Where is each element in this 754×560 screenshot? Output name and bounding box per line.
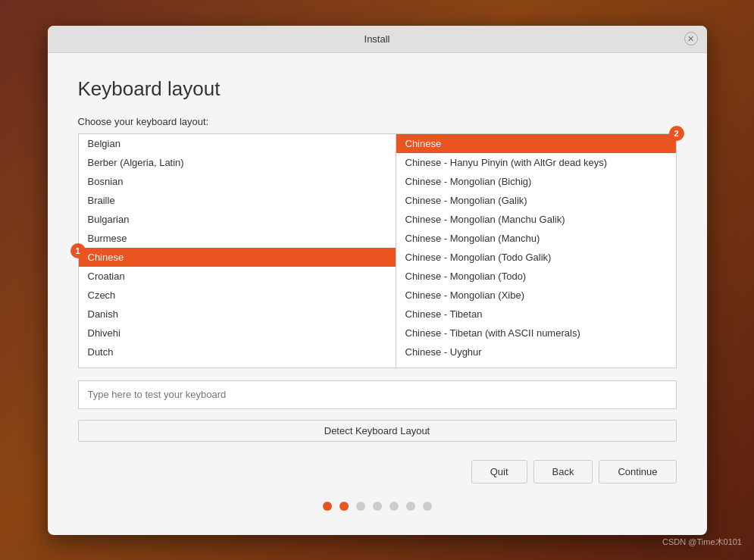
left-list-item[interactable]: Burmese: [79, 229, 396, 248]
right-list-item[interactable]: Chinese - Mongolian (Galik): [396, 191, 676, 210]
left-list-item[interactable]: Braille: [79, 191, 396, 210]
detect-keyboard-button[interactable]: Detect Keyboard Layout: [78, 420, 677, 442]
left-list-item[interactable]: Danish: [79, 305, 396, 324]
left-list-item[interactable]: Czech: [79, 286, 396, 305]
choose-label: Choose your keyboard layout:: [78, 116, 677, 127]
right-list-item[interactable]: Chinese - Uyghur: [396, 343, 676, 361]
left-list[interactable]: BelgianBerber (Algeria, Latin)BosnianBra…: [78, 133, 396, 368]
window-title: Install: [364, 33, 390, 45]
right-list-item[interactable]: Chinese - Mongolian (Xibe): [396, 286, 676, 305]
right-list-item[interactable]: Chinese - Mongolian (Bichig): [396, 172, 676, 191]
quit-button[interactable]: Quit: [471, 460, 527, 483]
left-list-item[interactable]: Berber (Algeria, Latin): [79, 153, 396, 172]
right-list-item[interactable]: Chinese - Mongolian (Todo): [396, 267, 676, 286]
progress-dot: [423, 502, 432, 511]
right-list-item[interactable]: Chinese - Mongolian (Todo Galik): [396, 248, 676, 267]
right-list-item[interactable]: Chinese - Mongolian (Manchu): [396, 229, 676, 248]
left-badge: 1: [70, 243, 86, 258]
left-list-item[interactable]: Dutch: [79, 343, 396, 361]
left-list-item[interactable]: Dhivehi: [79, 324, 396, 343]
left-list-item[interactable]: Bosnian: [79, 172, 396, 191]
left-list-item[interactable]: Belgian: [79, 134, 396, 153]
progress-dot: [356, 502, 365, 511]
left-list-item[interactable]: Chinese: [79, 248, 396, 267]
left-list-item[interactable]: Croatian: [79, 267, 396, 286]
nav-buttons: Quit Back Continue: [78, 460, 677, 483]
progress-dots: [78, 496, 677, 517]
watermark: CSDN @Time木0101: [662, 537, 742, 548]
progress-dot: [390, 502, 399, 511]
install-window: Install ✕ Keyboard layout Choose your ke…: [48, 26, 707, 535]
back-button[interactable]: Back: [533, 460, 593, 483]
left-list-item[interactable]: Bulgarian: [79, 210, 396, 229]
progress-dot: [373, 502, 382, 511]
left-list-wrapper: 1 BelgianBerber (Algeria, Latin)BosnianB…: [78, 133, 396, 368]
lists-container: 1 BelgianBerber (Algeria, Latin)BosnianB…: [78, 133, 677, 368]
right-list-wrapper: 2 ChineseChinese - Hanyu Pinyin (with Al…: [396, 133, 677, 368]
right-badge: 2: [669, 126, 684, 141]
right-list-item[interactable]: Chinese: [396, 134, 676, 153]
close-button[interactable]: ✕: [684, 32, 698, 45]
progress-dot: [323, 502, 332, 511]
page-content: Keyboard layout Choose your keyboard lay…: [48, 53, 707, 535]
progress-dot: [406, 502, 415, 511]
left-list-item[interactable]: Dzongkha: [79, 361, 396, 368]
right-list-item[interactable]: Chinese - Mongolian (Manchu Galik): [396, 210, 676, 229]
close-icon: ✕: [687, 34, 694, 44]
page-title: Keyboard layout: [78, 77, 677, 101]
titlebar: Install ✕: [48, 26, 707, 53]
right-list-item[interactable]: Chinese - Tibetan: [396, 305, 676, 324]
right-list-item[interactable]: Chinese - Tibetan (with ASCII numerals): [396, 324, 676, 343]
right-list-item[interactable]: Chinese - Hanyu Pinyin (with AltGr dead …: [396, 153, 676, 172]
keyboard-test-input[interactable]: [78, 380, 677, 409]
progress-dot: [339, 502, 349, 511]
continue-button[interactable]: Continue: [599, 460, 676, 483]
right-list[interactable]: ChineseChinese - Hanyu Pinyin (with AltG…: [396, 133, 677, 368]
